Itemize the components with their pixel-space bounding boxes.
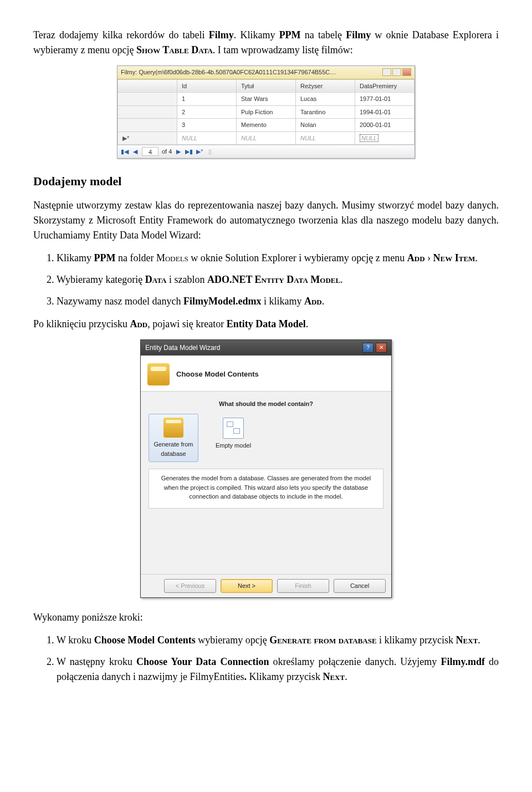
filmy-query-window: Filmy: Query(m\6f0d06db-28b6-4b.50870A0F… bbox=[117, 65, 415, 159]
close-icon[interactable]: ✕ bbox=[376, 343, 387, 353]
cell-null[interactable]: NULL bbox=[177, 131, 237, 145]
row-header-corner bbox=[118, 79, 177, 93]
dropdown-icon[interactable] bbox=[382, 68, 391, 76]
wizard-titlebar[interactable]: Entity Data Model Wizard ? ✕ bbox=[141, 340, 391, 356]
column-header[interactable]: Tytuł bbox=[237, 79, 296, 93]
cell-null[interactable]: NULL bbox=[237, 131, 296, 145]
record-navigator[interactable]: ▮◀ ◀ 4 of 4 ▶ ▶▮ ▶* ▯ bbox=[117, 145, 415, 158]
row-header bbox=[118, 93, 177, 106]
text: . Klikamy bbox=[234, 29, 279, 40]
data-grid[interactable]: Id Tytuł Reżyser DataPremiery 1 Star War… bbox=[117, 79, 415, 145]
cell[interactable]: 1977-01-01 bbox=[355, 93, 415, 106]
column-header[interactable]: Id bbox=[177, 79, 237, 93]
model-paragraph: Następnie utworzymy zestaw klas do repre… bbox=[33, 198, 499, 243]
wizard-description: Generates the model from a database. Cla… bbox=[149, 469, 383, 509]
wizard-container: Entity Data Model Wizard ? ✕ Choose Mode… bbox=[33, 339, 499, 598]
nav-new-icon[interactable]: ▶* bbox=[196, 148, 203, 155]
cell[interactable]: 1994-01-01 bbox=[355, 105, 415, 119]
nav-last-icon[interactable]: ▶▮ bbox=[185, 148, 193, 155]
cell[interactable]: Memento bbox=[237, 119, 296, 132]
wizard-spacer bbox=[149, 509, 383, 570]
cell[interactable]: Tarantino bbox=[296, 105, 355, 119]
list-item: Nazywamy nasz model danych FilmyModel.ed… bbox=[57, 294, 499, 309]
choice-generate-from-database[interactable]: Generate from database bbox=[149, 414, 198, 462]
table-header-row: Id Tytuł Reżyser DataPremiery bbox=[118, 79, 415, 93]
cell[interactable]: 1 bbox=[177, 93, 237, 106]
nav-prev-icon[interactable]: ◀ bbox=[132, 148, 139, 155]
nav-first-icon[interactable]: ▮◀ bbox=[121, 148, 129, 155]
list-item: Wybieramy kategorię Data i szablon ADO.N… bbox=[57, 272, 499, 287]
filmy-window-container: Filmy: Query(m\6f0d06db-28b6-4b.50870A0F… bbox=[33, 65, 499, 159]
wizard-body: What should the model contain? Generate … bbox=[141, 392, 391, 575]
cell-null-edit[interactable]: NULL bbox=[360, 134, 378, 142]
text: , pojawi się kreator bbox=[147, 318, 226, 329]
cell[interactable]: Star Wars bbox=[237, 93, 296, 106]
empty-model-icon bbox=[223, 418, 244, 439]
wizard-question: What should the model contain? bbox=[149, 399, 383, 409]
list-item: W kroku Choose Model Contents wybieramy … bbox=[57, 633, 499, 648]
database-icon bbox=[147, 363, 170, 385]
cell[interactable]: 2 bbox=[177, 105, 237, 119]
nav-position-input[interactable]: 4 bbox=[142, 147, 158, 156]
text-bold: Show Table Data bbox=[136, 44, 213, 55]
text-bold: Filmy bbox=[209, 29, 234, 40]
model-steps-list: Klikamy PPM na folder Models w oknie Sol… bbox=[33, 251, 499, 309]
nav-next-icon[interactable]: ▶ bbox=[175, 148, 182, 155]
cell[interactable]: 2000-01-01 bbox=[355, 119, 415, 132]
cell[interactable]: Pulp Fiction bbox=[237, 105, 296, 119]
column-header[interactable]: Reżyser bbox=[296, 79, 355, 93]
table-row[interactable]: 3 Memento Nolan 2000-01-01 bbox=[118, 119, 415, 132]
wizard-footer: < Previous Next > Finish Cancel bbox=[141, 574, 391, 597]
cell-editing[interactable]: NULL bbox=[355, 131, 415, 145]
text-bold: Filmy bbox=[346, 29, 371, 40]
entity-data-model-wizard: Entity Data Model Wizard ? ✕ Choose Mode… bbox=[140, 339, 392, 598]
wizard-header-text: Choose Model Contents bbox=[176, 369, 259, 380]
text-bold: Add bbox=[130, 318, 147, 329]
previous-button[interactable]: < Previous bbox=[164, 579, 216, 593]
database-icon bbox=[163, 418, 183, 438]
column-header[interactable]: DataPremiery bbox=[355, 79, 415, 93]
close-icon[interactable] bbox=[402, 68, 411, 76]
text-bold: Entity Data Model bbox=[227, 318, 306, 329]
maximize-icon[interactable] bbox=[392, 68, 401, 76]
row-header bbox=[118, 105, 177, 119]
after-click-paragraph: Po kliknięciu przycisku Add, pojawi się … bbox=[33, 317, 499, 332]
table-row[interactable]: 2 Pulp Fiction Tarantino 1994-01-01 bbox=[118, 105, 415, 119]
text: na tabelę bbox=[301, 29, 346, 40]
choice-label: Empty model bbox=[216, 441, 251, 450]
row-header bbox=[118, 119, 177, 132]
cell[interactable]: Lucas bbox=[296, 93, 355, 106]
new-row-indicator-icon: ▶* bbox=[118, 131, 177, 145]
wizard-title: Entity Data Model Wizard bbox=[145, 343, 220, 353]
wizard-header: Choose Model Contents bbox=[141, 356, 391, 392]
table-row[interactable]: 1 Star Wars Lucas 1977-01-01 bbox=[118, 93, 415, 106]
choice-empty-model[interactable]: Empty model bbox=[208, 414, 258, 462]
intro-paragraph: Teraz dodajemy kilka rekordów do tabeli … bbox=[33, 28, 499, 58]
help-icon[interactable]: ? bbox=[362, 343, 374, 353]
text: Po kliknięciu przycisku bbox=[33, 318, 130, 329]
heading-dodajemy-model: Dodajemy model bbox=[33, 172, 499, 190]
cell[interactable]: 3 bbox=[177, 119, 237, 132]
cell[interactable]: Nolan bbox=[296, 119, 355, 132]
window-title: Filmy: Query(m\6f0d06db-28b6-4b.50870A0F… bbox=[121, 68, 337, 77]
text: . bbox=[306, 318, 309, 329]
text: . I tam wprowadzamy listę filmów: bbox=[213, 44, 353, 55]
table-row-new[interactable]: ▶* NULL NULL NULL NULL bbox=[118, 131, 415, 145]
wizard-choices: Generate from database Empty model bbox=[149, 414, 383, 462]
nav-of-label: of 4 bbox=[162, 147, 172, 156]
wizard-titlebar-buttons: ? ✕ bbox=[362, 343, 387, 353]
window-titlebar[interactable]: Filmy: Query(m\6f0d06db-28b6-4b.50870A0F… bbox=[117, 66, 415, 79]
list-item: Klikamy PPM na folder Models w oknie Sol… bbox=[57, 251, 499, 266]
cancel-button[interactable]: Cancel bbox=[334, 579, 386, 593]
nav-separator: ▯ bbox=[207, 148, 213, 155]
list-item: W następny kroku Choose Your Data Connec… bbox=[57, 654, 499, 684]
finish-button[interactable]: Finish bbox=[277, 579, 329, 593]
cell-null[interactable]: NULL bbox=[296, 131, 355, 145]
steps-heading: Wykonamy poniższe kroki: bbox=[33, 610, 499, 625]
next-button[interactable]: Next > bbox=[221, 579, 273, 593]
final-steps-list: W kroku Choose Model Contents wybieramy … bbox=[33, 633, 499, 684]
text-bold: PPM bbox=[279, 29, 301, 40]
text: Teraz dodajemy kilka rekordów do tabeli bbox=[33, 29, 209, 40]
titlebar-buttons bbox=[382, 68, 411, 76]
choice-label: Generate from database bbox=[151, 440, 196, 458]
